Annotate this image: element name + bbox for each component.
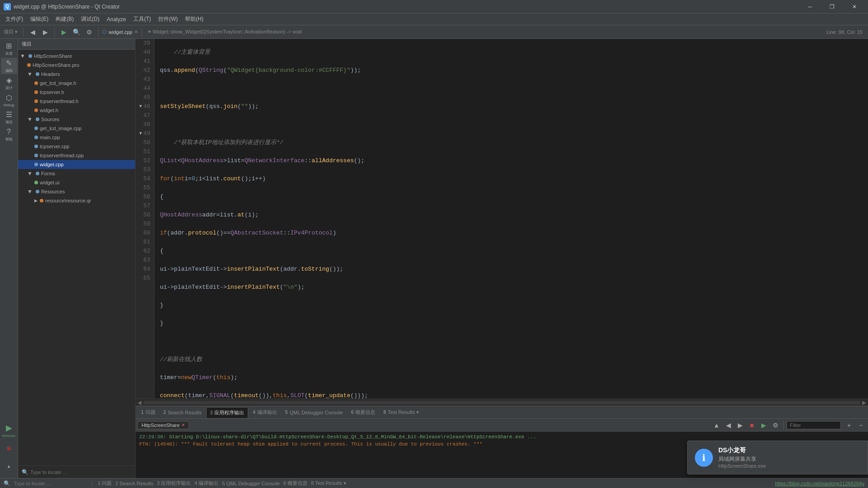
nav-back-button[interactable]: ◀ xyxy=(27,27,38,38)
h-dot-2 xyxy=(34,90,38,94)
code-line-45: QList<QHostAddress> list = QNetworkInter… xyxy=(160,156,863,165)
debug-icon: ⬡ xyxy=(6,94,12,102)
menu-analyze[interactable]: Analyze xyxy=(103,14,130,25)
bottom-tab-issues[interactable]: 1 问题 xyxy=(137,407,159,418)
code-content[interactable]: //主窗体背景 qss.append(QString("QWidget{back… xyxy=(155,39,868,399)
menu-tools[interactable]: 工具(T) xyxy=(130,14,155,25)
notification-title: DS小龙哥 xyxy=(718,446,860,455)
close-button[interactable]: ✕ xyxy=(844,0,864,13)
debug-run-button[interactable]: 🔍 xyxy=(71,27,82,38)
menu-build[interactable]: 构建(B) xyxy=(52,14,77,25)
tree-item-tcpserverthread-h-label: tcpserverthread.h xyxy=(40,99,79,104)
tree-item-headers[interactable]: ▼ Headers xyxy=(18,70,135,79)
output-toolbar-back[interactable]: ◀ xyxy=(723,420,734,431)
status-search-results[interactable]: 2 Search Results xyxy=(115,481,153,486)
tree-item-tcpserverthread-cpp[interactable]: tcpserverthread.cpp xyxy=(18,151,135,160)
output-toolbar-up[interactable]: ▲ xyxy=(711,420,722,431)
status-issues[interactable]: 1 问题 xyxy=(98,480,112,487)
tree-item-tcpserver-h[interactable]: tcpserver.h xyxy=(18,88,135,97)
status-summary[interactable]: 6 概要信息 xyxy=(283,480,307,487)
tree-item-widget-h[interactable]: widget.h xyxy=(18,106,135,115)
sidebar-build-run[interactable]: ▲ xyxy=(1,458,17,474)
tree-item-pro[interactable]: HttpScreenShare.pro xyxy=(18,61,135,70)
menu-edit[interactable]: 编辑(E) xyxy=(27,14,52,25)
output-filter-input[interactable] xyxy=(787,421,841,429)
bottom-tab-compile[interactable]: 4 编译输出 xyxy=(249,407,281,418)
bottom-tab-summary[interactable]: 6 概要信息 xyxy=(348,407,379,418)
status-qml-debugger[interactable]: 5 QML Debugger Console xyxy=(222,481,279,486)
tree-item-resources[interactable]: ▼ Resources xyxy=(18,187,135,196)
tree-item-forms[interactable]: ▼ Forms xyxy=(18,169,135,178)
tree-item-tcpserver-cpp[interactable]: tcpserver.cpp xyxy=(18,142,135,151)
locate-input[interactable] xyxy=(30,469,132,475)
headers-arrow-icon: ▼ xyxy=(27,71,33,77)
tree-item-root[interactable]: ▼ HttpScreenShare xyxy=(18,52,135,61)
ln-62: 62 xyxy=(139,247,151,256)
ln-44: 44 xyxy=(139,84,151,93)
run-button[interactable]: ▶ xyxy=(58,27,69,38)
notification-popup[interactable]: ℹ DS小龙哥 局域网屏幕共享 HttpScreenShare.exe xyxy=(687,441,868,474)
menu-file[interactable]: 文件(F) xyxy=(2,14,27,25)
sidebar-run[interactable]: ▶ Release xyxy=(1,422,17,438)
bottom-tab-output[interactable]: 3 应用程序输出 xyxy=(206,407,249,418)
minimize-button[interactable]: ─ xyxy=(800,0,820,13)
output-toolbar-stop[interactable]: ■ xyxy=(746,420,757,431)
output-toolbar-run[interactable]: ▶ xyxy=(758,420,769,431)
code-line-43 xyxy=(160,120,863,129)
main-area: ⊞ 欢迎 ✎ 编辑 ◈ 设计 ⬡ Debug ☰ 项目 ? 帮助 ▶ Relea… xyxy=(0,39,868,478)
status-link[interactable]: https://blog.csdn.net/xiaolong11266264g xyxy=(775,481,864,486)
status-app-output[interactable]: 3 应用程序输出 xyxy=(157,480,191,487)
toolbar-close-icon[interactable]: ✕ xyxy=(134,29,138,34)
sidebar-debug-run[interactable]: 🐞 xyxy=(1,440,17,456)
code-line-50: { xyxy=(160,247,863,256)
tree-item-main-cpp[interactable]: main.cpp xyxy=(18,133,135,142)
bottom-toolbar: HttpScreenShare ✕ ▲ ◀ ▶ ■ ▶ ⚙ + − xyxy=(136,419,868,432)
sidebar-edit[interactable]: ✎ 编辑 xyxy=(1,58,17,74)
bottom-tab-test[interactable]: 8 Test Results ▾ xyxy=(380,407,423,418)
toolbar-file-name[interactable]: widget.cpp xyxy=(108,29,132,35)
sidebar-welcome[interactable]: ⊞ 欢迎 xyxy=(1,41,17,57)
tree-item-tcpserverthread-h[interactable]: tcpserverthread.h xyxy=(18,97,135,106)
status-test-results[interactable]: 8 Test Results ▾ xyxy=(311,480,346,486)
sidebar-design[interactable]: ◈ 设计 xyxy=(1,75,17,91)
code-line-39: //主窗体背景 xyxy=(160,48,863,57)
tree-item-widget-cpp[interactable]: widget.cpp xyxy=(18,160,135,169)
output-zoom-out[interactable]: − xyxy=(855,420,866,431)
tree-item-get-lcd-h[interactable]: get_lcd_image.h xyxy=(18,79,135,88)
bottom-tab-search[interactable]: 2 Search Results xyxy=(160,407,205,418)
status-search-input[interactable] xyxy=(14,481,86,486)
maximize-button[interactable]: ❐ xyxy=(822,0,842,13)
sidebar-debug[interactable]: ⬡ Debug xyxy=(1,92,17,108)
sidebar-help[interactable]: ? 帮助 xyxy=(1,127,17,143)
menu-help[interactable]: 帮助(H) xyxy=(181,14,207,25)
code-line-44: /*获取本机IP地址添加到列表进行显示*/ xyxy=(160,138,863,147)
sources-dot xyxy=(36,117,39,121)
nav-forward-button[interactable]: ▶ xyxy=(40,27,51,38)
output-toolbar-forward[interactable]: ▶ xyxy=(735,420,745,431)
tree-item-widget-cpp-label: widget.cpp xyxy=(40,162,64,167)
tree-item-get-lcd-cpp[interactable]: get_lcd_image.cpp xyxy=(18,124,135,133)
menu-controls[interactable]: 控件(W) xyxy=(155,14,181,25)
tree-item-sources[interactable]: ▼ Sources xyxy=(18,115,135,124)
project-selector[interactable]: 项目 ▾ xyxy=(2,28,19,35)
resources-arrow-icon: ▼ xyxy=(27,188,33,195)
output-tab-close[interactable]: ✕ xyxy=(181,422,185,427)
output-toolbar-settings[interactable]: ⚙ xyxy=(770,420,781,431)
status-right: https://blog.csdn.net/xiaolong11266264g xyxy=(775,481,864,486)
ln-46: ▼46 xyxy=(139,102,151,111)
ln-58: 58 xyxy=(139,211,151,220)
menu-debug[interactable]: 调试(D) xyxy=(77,14,103,25)
scroll-left-arrow[interactable]: ◀ xyxy=(137,399,142,406)
build-button[interactable]: ⚙ xyxy=(84,27,94,38)
status-compile-output[interactable]: 4 编译输出 xyxy=(194,480,218,487)
scroll-right-arrow[interactable]: ▶ xyxy=(862,399,866,406)
code-line-57: timer = new QTimer(this); xyxy=(160,373,863,382)
tree-item-resource-qr[interactable]: ▶ resource\resource.qr xyxy=(18,196,135,205)
output-tab-name[interactable]: HttpScreenShare ✕ xyxy=(137,421,189,429)
tree-item-widget-ui[interactable]: widget.ui xyxy=(18,178,135,187)
ln-45: 45 xyxy=(139,93,151,102)
bottom-tab-qml[interactable]: 5 QML Debugger Console xyxy=(282,407,347,418)
code-scroll[interactable]: 39 40 41 42 43 44 45 ▼46 47 48 ▼49 50 51… xyxy=(136,39,868,399)
sidebar-project[interactable]: ☰ 项目 xyxy=(1,109,17,126)
output-zoom-in[interactable]: + xyxy=(844,420,854,431)
